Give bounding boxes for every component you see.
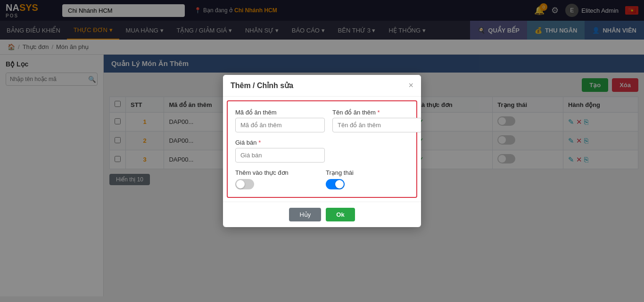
- toggle-row: Thêm vào thực đơn Trạng thái: [235, 169, 409, 189]
- form-group-gia-ban: Giá bán *: [235, 139, 325, 163]
- ma-label: Mã đồ ăn thêm: [235, 109, 325, 116]
- ten-label: Tên đồ ăn thêm *: [332, 109, 421, 116]
- modal-overlay: Thêm / Chỉnh sửa × Mã đồ ăn thêm Tên đồ …: [0, 0, 644, 296]
- modal: Thêm / Chỉnh sửa × Mã đồ ăn thêm Tên đồ …: [223, 75, 421, 227]
- ma-input[interactable]: [235, 118, 325, 132]
- modal-body: Mã đồ ăn thêm Tên đồ ăn thêm * Giá bán *: [227, 100, 417, 198]
- gia-ban-required: *: [258, 139, 261, 146]
- modal-footer: Hủy Ok: [223, 202, 421, 227]
- them-vao-thuc-don-label: Thêm vào thực đơn: [235, 169, 318, 176]
- modal-title: Thêm / Chỉnh sửa: [231, 81, 293, 90]
- modal-close-button[interactable]: ×: [408, 81, 413, 90]
- cancel-button[interactable]: Hủy: [289, 208, 321, 221]
- ok-button[interactable]: Ok: [326, 208, 355, 221]
- them-vao-thuc-don-group: Thêm vào thực đơn: [235, 169, 318, 189]
- form-group-ten: Tên đồ ăn thêm *: [332, 109, 421, 132]
- ten-required: *: [377, 109, 380, 116]
- form-group-empty: [332, 139, 409, 163]
- gia-ban-input[interactable]: [235, 148, 325, 163]
- them-vao-thuc-don-toggle[interactable]: [235, 179, 254, 189]
- gia-ban-label: Giá bán *: [235, 139, 325, 146]
- trang-thai-toggle[interactable]: [326, 179, 345, 189]
- form-row-2: Giá bán *: [235, 139, 409, 163]
- ten-input[interactable]: [332, 118, 421, 132]
- trang-thai-label: Trạng thái: [326, 169, 409, 176]
- form-group-ma: Mã đồ ăn thêm: [235, 109, 325, 132]
- modal-header: Thêm / Chỉnh sửa ×: [223, 75, 421, 97]
- form-row-1: Mã đồ ăn thêm Tên đồ ăn thêm *: [235, 109, 409, 132]
- trang-thai-group: Trạng thái: [326, 169, 409, 189]
